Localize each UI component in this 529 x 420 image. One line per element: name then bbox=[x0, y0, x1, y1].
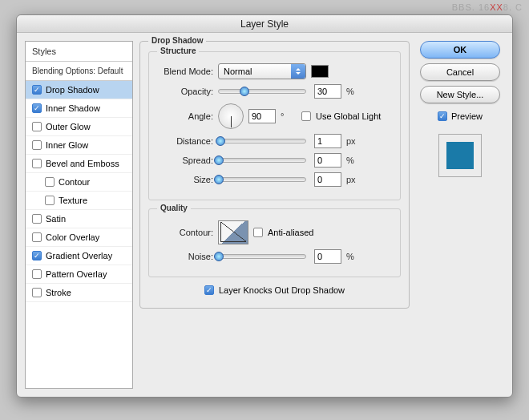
style-item-outer-glow[interactable]: Outer Glow bbox=[26, 118, 132, 136]
style-checkbox[interactable] bbox=[32, 214, 42, 224]
style-checkbox[interactable] bbox=[32, 159, 42, 168]
style-checkbox[interactable] bbox=[32, 288, 42, 297]
spread-slider[interactable] bbox=[218, 158, 306, 163]
quality-group: Quality Contour: Anti-aliased Noise: 0 % bbox=[148, 208, 401, 277]
style-checkbox[interactable] bbox=[32, 122, 42, 131]
style-label: Gradient Overlay bbox=[46, 251, 112, 260]
style-label: Inner Shadow bbox=[46, 103, 100, 113]
angle-label: Angle: bbox=[157, 111, 213, 121]
ok-button[interactable]: OK bbox=[420, 41, 500, 59]
size-slider[interactable] bbox=[218, 177, 306, 182]
quality-legend: Quality bbox=[157, 204, 191, 212]
contour-picker[interactable] bbox=[218, 220, 248, 244]
style-label: Bevel and Emboss bbox=[46, 159, 119, 168]
size-label: Size: bbox=[157, 175, 213, 184]
window-title: Layer Style bbox=[17, 15, 512, 33]
distance-unit: px bbox=[346, 136, 362, 146]
style-label: Inner Glow bbox=[46, 140, 88, 150]
anti-aliased-label: Anti-aliased bbox=[268, 228, 313, 237]
watermark: BBS. 16XX8. C bbox=[452, 2, 523, 13]
style-item-satin[interactable]: Satin bbox=[26, 210, 132, 228]
noise-slider[interactable] bbox=[218, 254, 306, 259]
opacity-unit: % bbox=[346, 87, 362, 96]
style-item-bevel-and-emboss[interactable]: Bevel and Emboss bbox=[26, 155, 132, 173]
global-light-label: Use Global Light bbox=[316, 111, 381, 121]
spread-unit: % bbox=[346, 155, 362, 165]
blend-mode-select[interactable]: Normal bbox=[218, 63, 306, 79]
size-field[interactable]: 0 bbox=[314, 172, 341, 187]
blending-options-row[interactable]: Blending Options: Default bbox=[26, 62, 132, 81]
opacity-slider[interactable] bbox=[218, 89, 306, 94]
styles-header[interactable]: Styles bbox=[26, 42, 132, 62]
style-label: Color Overlay bbox=[46, 232, 99, 242]
style-item-inner-shadow[interactable]: Inner Shadow bbox=[26, 99, 132, 118]
style-item-drop-shadow[interactable]: Drop Shadow bbox=[26, 81, 132, 99]
global-light-checkbox[interactable] bbox=[301, 111, 311, 121]
styles-list: Styles Blending Options: Default Drop Sh… bbox=[25, 41, 133, 389]
style-label: Stroke bbox=[46, 288, 71, 297]
style-item-inner-glow[interactable]: Inner Glow bbox=[26, 136, 132, 155]
anti-aliased-checkbox[interactable] bbox=[253, 228, 263, 237]
style-item-gradient-overlay[interactable]: Gradient Overlay bbox=[26, 247, 132, 265]
style-label: Pattern Overlay bbox=[46, 269, 107, 279]
distance-label: Distance: bbox=[157, 136, 213, 146]
opacity-label: Opacity: bbox=[157, 87, 213, 96]
style-checkbox[interactable] bbox=[45, 177, 55, 187]
spread-field[interactable]: 0 bbox=[314, 153, 341, 168]
style-checkbox[interactable] bbox=[32, 251, 42, 260]
style-checkbox[interactable] bbox=[32, 140, 42, 150]
preview-swatch bbox=[446, 142, 474, 169]
contour-label: Contour: bbox=[157, 228, 213, 237]
noise-field[interactable]: 0 bbox=[314, 249, 341, 264]
layer-style-window: Layer Style Styles Blending Options: Def… bbox=[16, 14, 513, 398]
style-label: Outer Glow bbox=[46, 122, 91, 131]
drop-shadow-panel: Drop Shadow Structure Blend Mode: Normal… bbox=[139, 41, 410, 309]
panel-title: Drop Shadow bbox=[148, 36, 206, 45]
cancel-button[interactable]: Cancel bbox=[420, 63, 500, 81]
style-item-contour[interactable]: Contour bbox=[26, 173, 132, 192]
style-label: Satin bbox=[46, 214, 66, 224]
style-item-pattern-overlay[interactable]: Pattern Overlay bbox=[26, 265, 132, 284]
noise-label: Noise: bbox=[157, 252, 213, 261]
shadow-color-swatch[interactable] bbox=[311, 65, 329, 78]
style-label: Texture bbox=[59, 196, 87, 205]
style-checkbox[interactable] bbox=[32, 269, 42, 279]
blend-mode-label: Blend Mode: bbox=[157, 67, 213, 76]
distance-slider[interactable] bbox=[218, 139, 306, 143]
distance-field[interactable]: 1 bbox=[314, 134, 341, 148]
right-column: OK Cancel New Style... Preview bbox=[416, 41, 504, 389]
preview-label: Preview bbox=[451, 111, 483, 121]
style-checkbox[interactable] bbox=[32, 232, 42, 242]
angle-dial[interactable] bbox=[218, 103, 244, 129]
style-label: Drop Shadow bbox=[46, 85, 99, 95]
style-checkbox[interactable] bbox=[32, 103, 42, 113]
size-unit: px bbox=[346, 175, 362, 184]
style-label: Contour bbox=[59, 177, 90, 187]
knockout-checkbox[interactable] bbox=[204, 285, 214, 295]
chevron-updown-icon bbox=[291, 64, 305, 79]
preview-box bbox=[438, 134, 482, 177]
new-style-button[interactable]: New Style... bbox=[420, 86, 500, 103]
knockout-label: Layer Knocks Out Drop Shadow bbox=[219, 285, 345, 295]
style-item-texture[interactable]: Texture bbox=[26, 192, 132, 210]
style-item-color-overlay[interactable]: Color Overlay bbox=[26, 228, 132, 247]
angle-unit: ° bbox=[281, 111, 297, 121]
structure-group: Structure Blend Mode: Normal Opacity: 30 bbox=[148, 51, 401, 200]
spread-label: Spread: bbox=[157, 155, 213, 165]
style-item-stroke[interactable]: Stroke bbox=[26, 284, 132, 302]
angle-field[interactable]: 90 bbox=[248, 109, 276, 123]
opacity-field[interactable]: 30 bbox=[314, 84, 341, 99]
preview-checkbox[interactable] bbox=[438, 111, 447, 121]
structure-legend: Structure bbox=[157, 46, 199, 55]
noise-unit: % bbox=[346, 252, 362, 261]
style-checkbox[interactable] bbox=[45, 196, 55, 205]
style-checkbox[interactable] bbox=[32, 85, 42, 95]
